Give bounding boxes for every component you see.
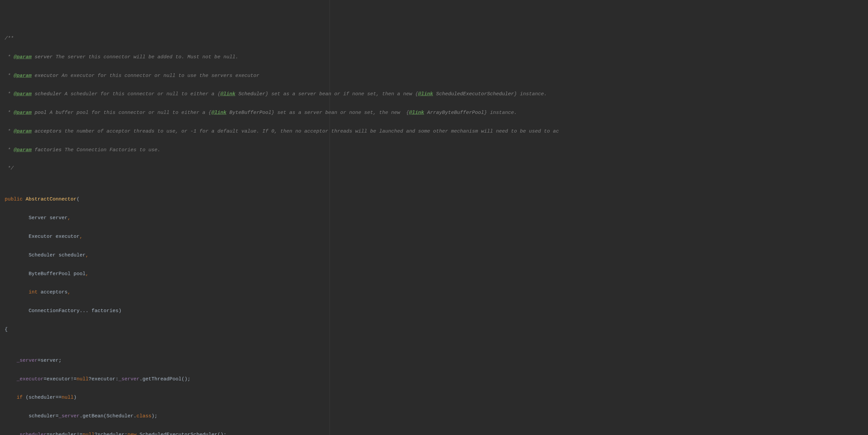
- doc-open: /**: [5, 36, 868, 42]
- doc-param-executor: * @param executor An executor for this c…: [5, 73, 868, 79]
- doc-param-scheduler: * @param scheduler A scheduler for this …: [5, 91, 868, 97]
- method-signature: public AbstractConnector(: [5, 197, 868, 203]
- scheduler-getbean: scheduler=_server.getBean(Scheduler.clas…: [5, 413, 868, 420]
- assign-executor: _executor=executor!=null?executor:_serve…: [5, 376, 868, 383]
- code-editor[interactable]: /** * @param server The server this conn…: [0, 0, 868, 435]
- doc-param-pool: * @param pool A buffer pool for this con…: [5, 110, 868, 116]
- doc-param-factories: * @param factories The Connection Factor…: [5, 147, 868, 153]
- doc-param-server: * @param server The server this connecto…: [5, 54, 868, 61]
- sig-param-server: Server server,: [5, 215, 868, 222]
- right-margin-ruler: [330, 0, 330, 435]
- sig-param-executor: Executor executor,: [5, 234, 868, 240]
- assign-server: _server=server;: [5, 358, 868, 364]
- sig-param-pool: ByteBufferPool pool,: [5, 271, 868, 278]
- doc-close: */: [5, 166, 868, 172]
- if-scheduler-null: if (scheduler==null): [5, 395, 868, 401]
- doc-param-acceptors: * @param acceptors the number of accepto…: [5, 128, 868, 135]
- brace-open: {: [5, 327, 868, 333]
- sig-param-scheduler: Scheduler scheduler,: [5, 253, 868, 259]
- sig-param-acceptors: int acceptors,: [5, 289, 868, 296]
- assign-scheduler: _scheduler=scheduler!=null?scheduler:new…: [5, 432, 868, 435]
- sig-param-factories: ConnectionFactory... factories): [5, 308, 868, 314]
